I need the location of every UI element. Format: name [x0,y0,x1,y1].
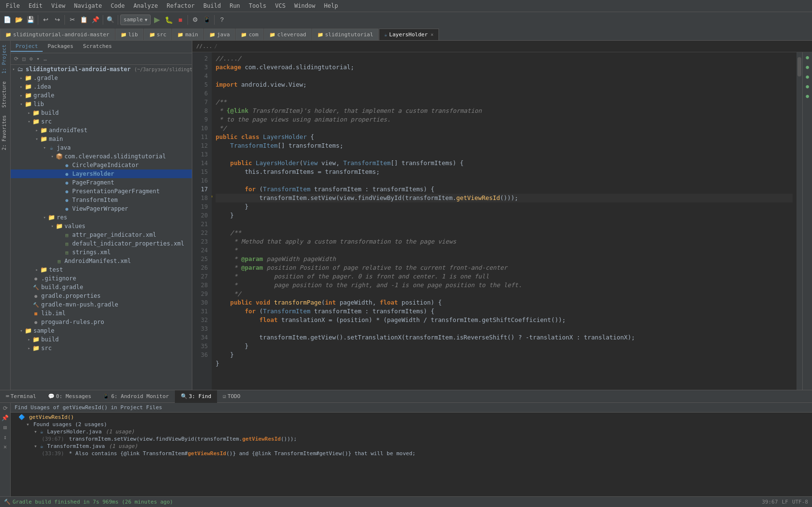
tree-item-gradleprops[interactable]: ▸ ● gradle.properties [11,292,192,300]
tree-item-gitignore[interactable]: ▸ ● .gitignore [11,274,192,283]
paste-btn[interactable]: 📌 [90,15,101,25]
bottom-tab-todo[interactable]: ☑ TODO [217,390,246,403]
copy-btn[interactable]: 📋 [78,15,89,25]
tree-root[interactable]: ▾ 🗂 slidingtutorial-android-master (~/За… [11,65,192,74]
tree-item-test[interactable]: ▸ 📁 test [11,265,192,274]
tree-item-pagefragment[interactable]: ▸ ● PageFragment [11,178,192,187]
find-line-item[interactable]: (33:39) * Also contains {@link Transform… [11,450,812,457]
sync-icon[interactable]: ⟳ [13,55,20,62]
tree-item-attr-xml[interactable]: ▸ ▤ attr_pager_indicator.xml [11,230,192,239]
tab-slidingtutorial[interactable]: 📁 slidingtutorial-android-master [0,29,115,40]
more-icon[interactable]: … [42,55,48,62]
tree-item-androidtest[interactable]: ▸ 📁 androidTest [11,126,192,135]
cut-btn[interactable]: ✂ [67,15,78,25]
run-btn[interactable]: ▶ [152,15,162,25]
tree-item-androidmanifest[interactable]: ▸ ▤ AndroidManifest.xml [11,257,192,265]
tree-item-idea[interactable]: ▸ 📁 .idea [11,82,192,91]
charset[interactable]: UTF-8 [792,499,808,505]
help-search-btn[interactable]: ? [217,15,227,25]
tab-com[interactable]: 📁 com [235,29,264,40]
stop-btn[interactable]: ■ [175,15,186,25]
tree-item-layersholder[interactable]: ▸ ● LayersHolder [11,169,192,178]
tree-item-pkg[interactable]: ▾ 📦 com.cleveroad.slidingtutorial [11,152,192,161]
tree-item-circlepageindicator[interactable]: ▸ ● CirclePageIndicator [11,161,192,169]
bt-pin[interactable]: 📌 [0,414,10,422]
project-tab-scratches[interactable]: Scratches [78,42,117,52]
tree-item-main[interactable]: ▾ 📁 main [11,135,192,143]
tree-item-libiml[interactable]: ▸ ■ lib.iml [11,309,192,318]
tree-item-presentationpagerfragment[interactable]: ▸ ● PresentationPagerFragment [11,187,192,196]
vert-tab-structure[interactable]: Structure [0,77,10,111]
vert-tab-project[interactable]: 1: Project [0,41,10,77]
tree-item-buildgradle[interactable]: ▸ 🔨 build.gradle [11,283,192,292]
bottom-tab-find[interactable]: 🔍 3: Find [175,390,217,403]
menu-run[interactable]: Run [226,1,244,10]
tree-item-values[interactable]: ▾ 📁 values [11,222,192,230]
find-method-item[interactable]: 🔷 getViewResId() [11,414,812,421]
tab-layersholder[interactable]: ☕ LayersHolder × [379,29,439,40]
device-btn[interactable]: 📱 [202,15,212,25]
tree-item-sample-build[interactable]: ▸ 📁 build [11,335,192,344]
settings-icon[interactable]: ⚙ [28,55,34,62]
tree-item-gradle1[interactable]: ▸ 📁 .gradle [11,74,192,82]
menu-window[interactable]: Window [290,1,319,10]
tree-item-default-xml[interactable]: ▸ ▤ default_indicator_properties.xml [11,239,192,248]
tree-item-sample-src[interactable]: ▸ 📁 src [11,344,192,353]
tree-item-lib-build[interactable]: ▸ 📁 build [11,108,192,117]
undo-btn[interactable]: ↩ [40,15,51,25]
tab-cleveroad[interactable]: 📁 cleveroad [264,29,312,40]
menu-tools[interactable]: Tools [245,1,270,10]
find-btn[interactable]: 🔍 [105,15,116,25]
vert-tab-favorites[interactable]: 2: Favorites [0,111,10,154]
bottom-tab-messages[interactable]: 💬 0: Messages [42,390,97,403]
project-tab-packages[interactable]: Packages [43,42,78,52]
tree-item-strings-xml[interactable]: ▸ ▤ strings.xml [11,248,192,257]
tree-item-viewpagerwrapper[interactable]: ▸ ● ViewPagerWrapper [11,204,192,213]
tree-item-lib-src[interactable]: ▾ 📁 src [11,117,192,126]
sdk-btn[interactable]: ⚙ [190,15,201,25]
bt-refresh[interactable]: ⟳ [2,404,9,413]
redo-btn[interactable]: ↪ [52,15,62,25]
menu-file[interactable]: File [2,1,24,10]
filter-icon[interactable]: ▾ [35,55,41,62]
code-editor[interactable]: //..../package com.cleveroad.slidingtuto… [212,52,796,390]
open-btn[interactable]: 📂 [14,15,24,25]
menu-edit[interactable]: Edit [25,1,47,10]
tree-item-res[interactable]: ▾ 📁 res [11,213,192,222]
menu-vcs[interactable]: VCS [271,1,290,10]
new-file-btn[interactable]: 📄 [2,15,13,25]
menu-refactor[interactable]: Refactor [163,1,199,10]
find-file-item[interactable]: ▾ ☕ LayersHolder.java (1 usage) [11,428,812,435]
tab-close-icon[interactable]: × [431,32,434,37]
tree-item-proguard[interactable]: ▸ ● proguard-rules.pro [11,318,192,326]
tab-lib[interactable]: 📁 lib [115,29,143,40]
menu-view[interactable]: View [47,1,69,10]
tree-item-gradlemvn[interactable]: ▸ 🔨 gradle-mvn-push.gradle [11,300,192,309]
menu-analyze[interactable]: Analyze [129,1,162,10]
tree-item-sample[interactable]: ▾ 📁 sample [11,326,192,335]
bt-expand[interactable]: ↕ [2,433,8,442]
menu-help[interactable]: Help [320,1,342,10]
bottom-tab-android[interactable]: 📱 6: Android Monitor [97,390,174,403]
tree-item-transformitem[interactable]: ▸ ● TransformItem [11,196,192,204]
menu-build[interactable]: Build [200,1,225,10]
bt-group[interactable]: ⊞ [2,423,8,432]
scroll-thumb[interactable] [797,57,801,77]
save-btn[interactable]: 💾 [25,15,36,25]
find-line-item[interactable]: (39:67) transformItem.setView(view.findV… [11,435,812,443]
collapse-icon[interactable]: ◫ [21,55,27,62]
project-tab-project[interactable]: Project [11,42,43,52]
tab-main[interactable]: 📁 main [172,29,203,40]
bottom-tab-terminal[interactable]: ⌨ Terminal [0,390,42,403]
line-separator[interactable]: LF [782,499,788,505]
menu-navigate[interactable]: Navigate [70,1,106,10]
run-config-selector[interactable]: sample ▼ [120,15,151,25]
find-usages-header[interactable]: ▾ Found usages (2 usages) [11,421,812,428]
bt-close[interactable]: × [2,443,8,451]
tree-item-gradle2[interactable]: ▸ 📁 gradle [11,91,192,100]
debug-btn[interactable]: 🐛 [163,15,174,25]
tree-item-java[interactable]: ▾ ☕ java [11,143,192,152]
menu-code[interactable]: Code [107,1,129,10]
tree-item-lib[interactable]: ▾ 📁 lib [11,100,192,108]
find-file-item[interactable]: ▾ ☕ TransformItem.java (1 usage) [11,443,812,450]
